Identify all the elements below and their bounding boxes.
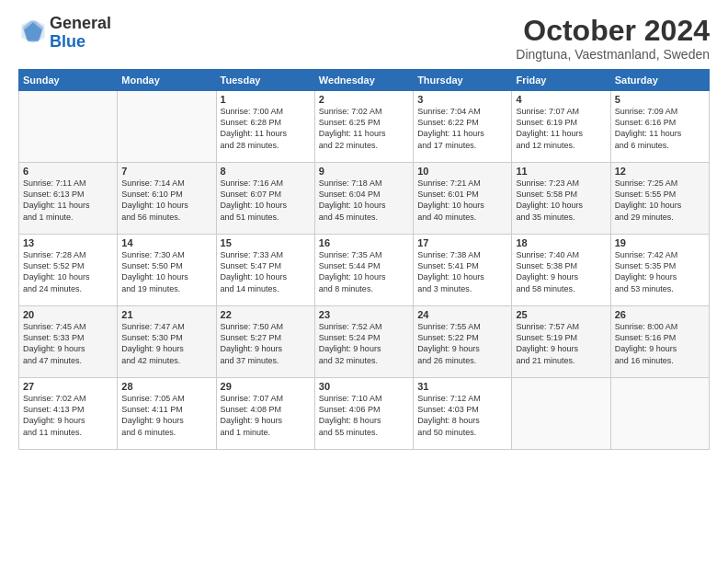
day-info: Sunrise: 7:04 AMSunset: 6:22 PMDaylight:… — [417, 106, 507, 151]
day-number: 2 — [319, 94, 409, 105]
table-row: 13Sunrise: 7:28 AMSunset: 5:52 PMDayligh… — [19, 235, 118, 306]
day-info: Sunrise: 7:25 AMSunset: 5:55 PMDaylight:… — [615, 178, 705, 223]
table-row: 21Sunrise: 7:47 AMSunset: 5:30 PMDayligh… — [118, 306, 216, 378]
day-info: Sunrise: 7:47 AMSunset: 5:30 PMDaylight:… — [121, 321, 211, 366]
col-monday: Monday — [118, 70, 216, 91]
day-info: Sunrise: 7:30 AMSunset: 5:50 PMDaylight:… — [121, 249, 211, 294]
day-info: Sunrise: 7:00 AMSunset: 6:28 PMDaylight:… — [221, 106, 311, 151]
day-number: 30 — [319, 381, 409, 392]
day-number: 5 — [615, 94, 705, 105]
day-info: Sunrise: 7:40 AMSunset: 5:38 PMDaylight:… — [516, 249, 606, 294]
day-info: Sunrise: 8:00 AMSunset: 5:16 PMDaylight:… — [615, 321, 705, 366]
day-number: 12 — [615, 166, 705, 177]
day-number: 27 — [23, 381, 113, 392]
day-info: Sunrise: 7:05 AMSunset: 4:11 PMDaylight:… — [121, 393, 211, 438]
table-row — [512, 378, 610, 450]
table-row: 16Sunrise: 7:35 AMSunset: 5:44 PMDayligh… — [314, 235, 413, 306]
table-row: 29Sunrise: 7:07 AMSunset: 4:08 PMDayligh… — [216, 378, 314, 450]
day-info: Sunrise: 7:02 AMSunset: 4:13 PMDaylight:… — [23, 393, 113, 438]
logo: General Blue — [18, 15, 111, 52]
day-number: 10 — [417, 166, 507, 177]
table-row — [19, 91, 118, 163]
month-title: October 2024 — [516, 15, 710, 47]
table-row: 3Sunrise: 7:04 AMSunset: 6:22 PMDaylight… — [414, 91, 512, 163]
day-number: 4 — [516, 94, 606, 105]
day-number: 26 — [615, 309, 705, 320]
col-thursday: Thursday — [414, 70, 512, 91]
table-row: 30Sunrise: 7:10 AMSunset: 4:06 PMDayligh… — [314, 378, 413, 450]
day-info: Sunrise: 7:52 AMSunset: 5:24 PMDaylight:… — [319, 321, 409, 366]
col-saturday: Saturday — [610, 70, 709, 91]
col-friday: Friday — [512, 70, 610, 91]
day-number: 3 — [417, 94, 507, 105]
table-row: 11Sunrise: 7:23 AMSunset: 5:58 PMDayligh… — [512, 163, 610, 235]
day-info: Sunrise: 7:21 AMSunset: 6:01 PMDaylight:… — [417, 178, 507, 223]
table-row: 31Sunrise: 7:12 AMSunset: 4:03 PMDayligh… — [414, 378, 512, 450]
location: Dingtuna, Vaestmanland, Sweden — [516, 47, 710, 62]
col-wednesday: Wednesday — [314, 70, 413, 91]
day-info: Sunrise: 7:50 AMSunset: 5:27 PMDaylight:… — [221, 321, 311, 366]
table-row: 24Sunrise: 7:55 AMSunset: 5:22 PMDayligh… — [414, 306, 512, 378]
week-row-3: 20Sunrise: 7:45 AMSunset: 5:33 PMDayligh… — [19, 306, 710, 378]
day-info: Sunrise: 7:55 AMSunset: 5:22 PMDaylight:… — [417, 321, 507, 366]
table-row: 9Sunrise: 7:18 AMSunset: 6:04 PMDaylight… — [314, 163, 413, 235]
header: General Blue October 2024 Dingtuna, Vaes… — [18, 15, 710, 62]
table-row: 5Sunrise: 7:09 AMSunset: 6:16 PMDaylight… — [610, 91, 709, 163]
table-row: 26Sunrise: 8:00 AMSunset: 5:16 PMDayligh… — [610, 306, 709, 378]
week-row-1: 6Sunrise: 7:11 AMSunset: 6:13 PMDaylight… — [19, 163, 710, 235]
table-row: 18Sunrise: 7:40 AMSunset: 5:38 PMDayligh… — [512, 235, 610, 306]
day-number: 8 — [221, 166, 311, 177]
day-number: 15 — [221, 237, 311, 248]
table-row: 22Sunrise: 7:50 AMSunset: 5:27 PMDayligh… — [216, 306, 314, 378]
day-number: 21 — [121, 309, 211, 320]
table-row: 2Sunrise: 7:02 AMSunset: 6:25 PMDaylight… — [314, 91, 413, 163]
day-number: 31 — [417, 381, 507, 392]
day-info: Sunrise: 7:38 AMSunset: 5:41 PMDaylight:… — [417, 249, 507, 294]
table-row: 14Sunrise: 7:30 AMSunset: 5:50 PMDayligh… — [118, 235, 216, 306]
day-info: Sunrise: 7:33 AMSunset: 5:47 PMDaylight:… — [221, 249, 311, 294]
page: General Blue October 2024 Dingtuna, Vaes… — [0, 0, 728, 563]
table-row: 10Sunrise: 7:21 AMSunset: 6:01 PMDayligh… — [414, 163, 512, 235]
logo-general-text: General — [50, 14, 111, 32]
day-info: Sunrise: 7:07 AMSunset: 4:08 PMDaylight:… — [221, 393, 311, 438]
table-row: 7Sunrise: 7:14 AMSunset: 6:10 PMDaylight… — [118, 163, 216, 235]
col-sunday: Sunday — [19, 70, 118, 91]
table-row: 19Sunrise: 7:42 AMSunset: 5:35 PMDayligh… — [610, 235, 709, 306]
day-number: 13 — [23, 237, 113, 248]
day-info: Sunrise: 7:14 AMSunset: 6:10 PMDaylight:… — [121, 178, 211, 223]
week-row-4: 27Sunrise: 7:02 AMSunset: 4:13 PMDayligh… — [19, 378, 710, 450]
day-info: Sunrise: 7:12 AMSunset: 4:03 PMDaylight:… — [417, 393, 507, 438]
day-number: 25 — [516, 309, 606, 320]
table-row: 6Sunrise: 7:11 AMSunset: 6:13 PMDaylight… — [19, 163, 118, 235]
day-number: 19 — [615, 237, 705, 248]
table-row — [610, 378, 709, 450]
table-row: 15Sunrise: 7:33 AMSunset: 5:47 PMDayligh… — [216, 235, 314, 306]
week-row-0: 1Sunrise: 7:00 AMSunset: 6:28 PMDaylight… — [19, 91, 710, 163]
day-info: Sunrise: 7:07 AMSunset: 6:19 PMDaylight:… — [516, 106, 606, 151]
day-number: 1 — [221, 94, 311, 105]
day-number: 16 — [319, 237, 409, 248]
day-number: 20 — [23, 309, 113, 320]
day-info: Sunrise: 7:45 AMSunset: 5:33 PMDaylight:… — [23, 321, 113, 366]
table-row: 25Sunrise: 7:57 AMSunset: 5:19 PMDayligh… — [512, 306, 610, 378]
table-row: 8Sunrise: 7:16 AMSunset: 6:07 PMDaylight… — [216, 163, 314, 235]
table-row: 20Sunrise: 7:45 AMSunset: 5:33 PMDayligh… — [19, 306, 118, 378]
day-number: 11 — [516, 166, 606, 177]
table-row: 1Sunrise: 7:00 AMSunset: 6:28 PMDaylight… — [216, 91, 314, 163]
day-number: 24 — [417, 309, 507, 320]
day-number: 17 — [417, 237, 507, 248]
day-info: Sunrise: 7:11 AMSunset: 6:13 PMDaylight:… — [23, 178, 113, 223]
day-number: 22 — [221, 309, 311, 320]
day-info: Sunrise: 7:16 AMSunset: 6:07 PMDaylight:… — [221, 178, 311, 223]
table-row: 23Sunrise: 7:52 AMSunset: 5:24 PMDayligh… — [314, 306, 413, 378]
day-number: 18 — [516, 237, 606, 248]
day-number: 28 — [121, 381, 211, 392]
day-number: 7 — [121, 166, 211, 177]
day-info: Sunrise: 7:28 AMSunset: 5:52 PMDaylight:… — [23, 249, 113, 294]
calendar-table: Sunday Monday Tuesday Wednesday Thursday… — [18, 69, 710, 450]
title-block: October 2024 Dingtuna, Vaestmanland, Swe… — [516, 15, 710, 62]
day-number: 14 — [121, 237, 211, 248]
day-info: Sunrise: 7:57 AMSunset: 5:19 PMDaylight:… — [516, 321, 606, 366]
day-info: Sunrise: 7:02 AMSunset: 6:25 PMDaylight:… — [319, 106, 409, 151]
table-row: 17Sunrise: 7:38 AMSunset: 5:41 PMDayligh… — [414, 235, 512, 306]
